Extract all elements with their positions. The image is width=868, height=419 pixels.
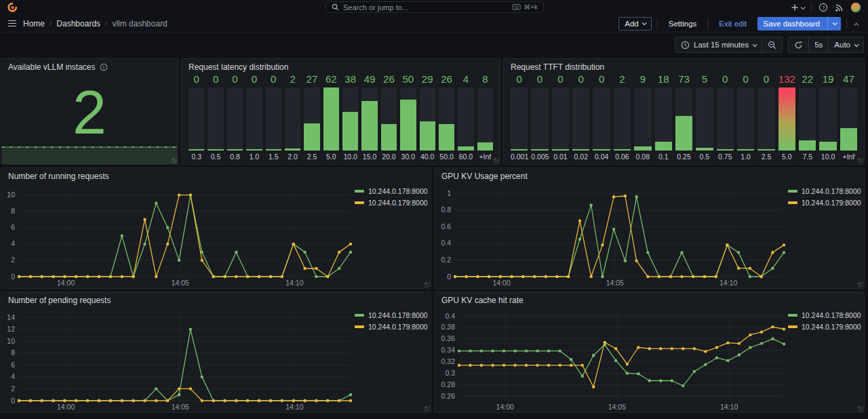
- svg-text:0.36: 0.36: [441, 334, 456, 342]
- add-new-menu-button[interactable]: [791, 3, 804, 12]
- refresh-button[interactable]: [789, 37, 808, 52]
- bar-value-label: 4: [458, 73, 473, 87]
- bar-gauge: 00.300.500.801.001.522.0272.5625.03810.0…: [182, 73, 500, 164]
- global-search[interactable]: ⌘+k: [326, 1, 544, 13]
- breadcrumb-home[interactable]: Home: [23, 19, 45, 28]
- add-panel-button[interactable]: Add: [618, 17, 651, 31]
- legend-label: 10.244.0.178:8000: [802, 187, 861, 195]
- auto-refresh-picker[interactable]: Auto: [828, 37, 863, 52]
- legend-item[interactable]: 10.244.0.178:8000: [788, 187, 860, 195]
- settings-button[interactable]: Settings: [663, 17, 703, 31]
- bar: 2940.0: [420, 73, 435, 161]
- bar-category-label: +Inf: [477, 151, 493, 161]
- bar-value-label: 5: [696, 73, 713, 87]
- svg-text:0.26: 0.26: [441, 392, 456, 400]
- breadcrumb-bar: Home › Dashboards › vllm dashboard Add S…: [0, 15, 868, 33]
- bar-fill: [717, 149, 734, 151]
- save-dashboard-button[interactable]: Save dashboard: [757, 17, 841, 31]
- panel-title[interactable]: GPU KV Usage percent: [435, 168, 864, 182]
- bar-fill: [778, 87, 795, 151]
- refresh-interval-label[interactable]: 5s: [808, 37, 828, 52]
- bar-track: [840, 87, 857, 151]
- panel-title[interactable]: Number of pending requests: [1, 292, 431, 306]
- refresh-group: 5s Auto: [788, 37, 864, 53]
- bar-track: [778, 87, 795, 151]
- bar-category-label: 10.0: [342, 151, 358, 161]
- panel-title[interactable]: Request latency distribution: [182, 59, 500, 73]
- bar: 00.04: [593, 73, 610, 161]
- panel-title[interactable]: Number of running requests: [1, 168, 431, 182]
- legend-item[interactable]: 10.244.0.178:8000: [355, 187, 427, 195]
- bar-category-label: 0.8: [227, 151, 243, 161]
- bar-track: [458, 87, 473, 151]
- bar-category-label: 1.0: [737, 151, 754, 161]
- panel-resize-handle[interactable]: [858, 282, 863, 287]
- bar-fill: [819, 142, 836, 151]
- bar-value-label: 19: [819, 73, 836, 87]
- panel-gpu-kv-usage-percent: GPU KV Usage percent 00.20.40.60.8114:00…: [434, 167, 865, 289]
- panel-resize-handle[interactable]: [425, 282, 430, 287]
- bar-category-label: 0.005: [531, 151, 548, 161]
- panel-number-of-pending-requests: Number of pending requests 0246810121414…: [1, 292, 431, 413]
- panel-request-ttft-distribution: Request TTFT distribution 00.00100.00500…: [503, 58, 865, 165]
- bar-fill: [552, 149, 569, 151]
- exit-edit-button[interactable]: Exit edit: [713, 17, 752, 31]
- panel-title[interactable]: Available vLLM instaces: [1, 59, 178, 73]
- save-dashboard-dropdown[interactable]: [827, 17, 841, 31]
- collapse-controls-button[interactable]: [852, 19, 861, 28]
- panel-title[interactable]: GPU KV cache hit rate: [435, 292, 864, 306]
- bar-track: [593, 87, 610, 151]
- bar: 00.01: [552, 73, 569, 161]
- svg-text:6: 6: [11, 361, 15, 369]
- legend-item[interactable]: 10.244.0.179:8000: [355, 323, 427, 331]
- panel-resize-handle[interactable]: [858, 406, 863, 412]
- search-input[interactable]: [343, 3, 508, 12]
- grafana-logo-icon[interactable]: [7, 2, 18, 13]
- panel-title[interactable]: Request TTFT distribution: [504, 59, 864, 73]
- bar-track: [361, 87, 377, 151]
- svg-text:2: 2: [11, 384, 15, 393]
- panel-resize-handle[interactable]: [858, 158, 863, 163]
- legend-item[interactable]: 10.244.0.179:8000: [788, 323, 860, 331]
- time-range-group: Last 15 minutes: [675, 37, 783, 53]
- legend-swatch: [788, 325, 797, 328]
- legend-label: 10.244.0.179:8000: [802, 323, 861, 331]
- panel-resize-handle[interactable]: [425, 406, 430, 412]
- legend-item[interactable]: 10.244.0.178:8000: [355, 311, 427, 319]
- legend-item[interactable]: 10.244.0.179:8000: [355, 199, 427, 207]
- news-button[interactable]: [835, 3, 844, 12]
- legend-swatch: [355, 314, 364, 317]
- breadcrumb-dashboards[interactable]: Dashboards: [56, 19, 100, 28]
- bar-category-label: 1.5: [266, 151, 281, 161]
- zoom-out-time-button[interactable]: [762, 37, 782, 52]
- user-avatar[interactable]: [850, 2, 861, 13]
- bar-track: [757, 87, 774, 151]
- bar-value-label: 50: [400, 73, 416, 87]
- svg-text:?: ?: [822, 5, 825, 11]
- bar: 47+Inf: [840, 73, 857, 161]
- svg-text:0: 0: [447, 273, 451, 281]
- legend-item[interactable]: 10.244.0.178:8000: [788, 311, 860, 319]
- help-button[interactable]: ?: [818, 3, 828, 12]
- bar: 22.0: [285, 73, 300, 161]
- bar-fill: [208, 149, 223, 151]
- info-icon[interactable]: [100, 63, 108, 71]
- bar-fill: [304, 123, 319, 151]
- svg-text:14:10: 14:10: [285, 279, 303, 287]
- time-range-picker[interactable]: Last 15 minutes: [675, 37, 762, 52]
- panel-resize-handle[interactable]: [494, 158, 499, 163]
- svg-text:0: 0: [11, 397, 15, 405]
- legend-item[interactable]: 10.244.0.179:8000: [788, 199, 860, 207]
- bar-fill: [439, 124, 454, 151]
- bar: 2620.0: [381, 73, 397, 161]
- legend: 10.244.0.178:800010.244.0.179:8000: [355, 182, 431, 288]
- timeseries-plot: 0246810121414:0014:0514:10: [1, 306, 355, 412]
- bar-value-label: 0: [717, 73, 734, 87]
- bar-category-label: 30.0: [400, 151, 416, 161]
- menu-toggle-button[interactable]: [7, 19, 18, 28]
- bar-track: [323, 87, 339, 151]
- search-shortcut-badge: ⌘+k: [512, 3, 538, 11]
- panel-resize-handle[interactable]: [172, 158, 177, 163]
- bar-track: [285, 87, 300, 151]
- bar-track: [799, 87, 816, 151]
